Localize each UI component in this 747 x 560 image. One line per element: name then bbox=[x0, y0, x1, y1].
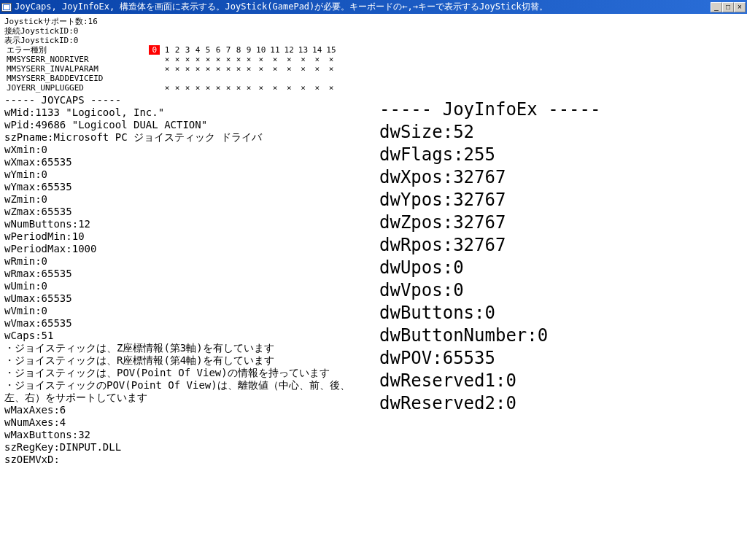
dwButtons: dwButtons:0 bbox=[379, 302, 600, 324]
err-col-11: 11 bbox=[268, 45, 282, 55]
err-cell bbox=[296, 74, 310, 83]
err-cell bbox=[182, 74, 193, 83]
err-cell: × bbox=[172, 55, 182, 64]
err-cell: × bbox=[282, 83, 296, 93]
err-cell bbox=[324, 74, 338, 83]
joyinfoex-header: ----- JoyInfoEx ----- bbox=[379, 98, 600, 121]
err-cell bbox=[310, 74, 324, 83]
err-cell: × bbox=[193, 83, 203, 93]
wNumButtons: wNumButtons:12 bbox=[4, 218, 743, 230]
err-cell bbox=[223, 74, 233, 83]
err-cell bbox=[147, 64, 162, 74]
caps-note-1: ・ジョイスティックは、Z座標情報(第3軸)を有しています bbox=[4, 342, 369, 354]
maximize-button[interactable]: □ bbox=[722, 2, 734, 12]
err-cell: × bbox=[233, 64, 244, 74]
err-cell: × bbox=[203, 64, 213, 74]
err-cell bbox=[172, 74, 182, 83]
err-cell: × bbox=[182, 64, 193, 74]
wPid: wPid:49686 "Logicool DUAL ACTION" bbox=[4, 119, 743, 131]
err-cell: × bbox=[310, 64, 324, 74]
minimize-button[interactable]: _ bbox=[711, 2, 722, 12]
err-col-7: 7 bbox=[223, 45, 233, 55]
err-cell: × bbox=[193, 64, 203, 74]
support-count: Joystickサポート数:16 bbox=[4, 17, 743, 26]
err-cell bbox=[282, 74, 296, 83]
wZmin: wZmin:0 bbox=[4, 193, 743, 206]
err-cell: × bbox=[282, 64, 296, 74]
caps-note-4: ・ジョイスティックのPOV(Point Of View)は、離散値（中心、前、後… bbox=[4, 379, 369, 404]
err-cell: × bbox=[310, 55, 324, 64]
err-col-8: 8 bbox=[233, 45, 244, 55]
wPeriodMax: wPeriodMax:1000 bbox=[4, 243, 743, 255]
err-col-5: 5 bbox=[203, 45, 213, 55]
dwButtonNumber: dwButtonNumber:0 bbox=[379, 324, 600, 347]
err-cell: × bbox=[254, 64, 268, 74]
err-cell: × bbox=[268, 64, 282, 74]
err-col-12: 12 bbox=[282, 45, 296, 55]
wNumAxes: wNumAxes:4 bbox=[4, 416, 743, 429]
err-cell bbox=[244, 74, 254, 83]
error-label-header: エラー種別 bbox=[4, 45, 147, 55]
err-cell: × bbox=[324, 55, 338, 64]
err-cell: × bbox=[162, 64, 172, 74]
wMaxAxes: wMaxAxes:6 bbox=[4, 404, 743, 416]
client-area: Joystickサポート数:16 接続JoystickID:0 表示Joysti… bbox=[0, 14, 747, 560]
dwPOV: dwPOV:65535 bbox=[379, 347, 600, 370]
err-cell: × bbox=[172, 83, 182, 93]
err-col-9: 9 bbox=[244, 45, 254, 55]
err-cell: × bbox=[296, 64, 310, 74]
wRmax: wRmax:65535 bbox=[4, 268, 743, 280]
err-row-MMSYSERR_BADDEVICEID: MMSYSERR_BADDEVICEID bbox=[4, 74, 147, 83]
err-cell: × bbox=[172, 64, 182, 74]
err-cell: × bbox=[182, 83, 193, 93]
err-cell: × bbox=[310, 83, 324, 93]
dwUpos: dwUpos:0 bbox=[379, 257, 600, 279]
dwSize: dwSize:52 bbox=[379, 121, 600, 144]
err-cell: × bbox=[254, 83, 268, 93]
err-col-13: 13 bbox=[296, 45, 310, 55]
wXmin: wXmin:0 bbox=[4, 144, 743, 156]
wUmin: wUmin:0 bbox=[4, 280, 743, 292]
err-cell: × bbox=[244, 83, 254, 93]
err-cell: × bbox=[193, 55, 203, 64]
err-cell: × bbox=[296, 83, 310, 93]
err-cell: × bbox=[233, 55, 244, 64]
err-cell: × bbox=[296, 55, 310, 64]
err-cell bbox=[147, 74, 162, 83]
err-cell: × bbox=[223, 83, 233, 93]
err-cell: × bbox=[324, 64, 338, 74]
joycaps-header: ----- JOYCAPS ----- bbox=[4, 94, 743, 106]
err-col-1: 1 bbox=[162, 45, 172, 55]
err-cell bbox=[268, 74, 282, 83]
window-title: JoyCaps, JoyInfoEx, 構造体を画面に表示する。JoyStick… bbox=[15, 1, 711, 13]
err-row-JOYERR_UNPLUGGED: JOYERR_UNPLUGGED bbox=[4, 83, 147, 93]
app-icon bbox=[1, 3, 12, 12]
wUmax: wUmax:65535 bbox=[4, 292, 743, 305]
wZmax: wZmax:65535 bbox=[4, 206, 743, 218]
err-cell bbox=[233, 74, 244, 83]
err-cell: × bbox=[213, 55, 223, 64]
err-row-MMSYSERR_NODRIVER: MMSYSERR_NODRIVER bbox=[4, 55, 147, 64]
titlebar[interactable]: JoyCaps, JoyInfoEx, 構造体を画面に表示する。JoyStick… bbox=[0, 0, 747, 14]
err-col-14: 14 bbox=[310, 45, 324, 55]
szRegKey: szRegKey:DINPUT.DLL bbox=[4, 441, 743, 454]
err-cell bbox=[254, 74, 268, 83]
err-col-6: 6 bbox=[213, 45, 223, 55]
err-cell: × bbox=[223, 55, 233, 64]
err-cell: × bbox=[254, 55, 268, 64]
error-table: エラー種別0123456789101112131415MMSYSERR_NODR… bbox=[4, 45, 338, 93]
err-cell: × bbox=[213, 83, 223, 93]
err-cell bbox=[193, 74, 203, 83]
err-col-3: 3 bbox=[182, 45, 193, 55]
wVmin: wVmin:0 bbox=[4, 305, 743, 317]
wRmin: wRmin:0 bbox=[4, 255, 743, 268]
err-cell: × bbox=[268, 83, 282, 93]
err-cell bbox=[147, 55, 162, 64]
err-cell: × bbox=[162, 83, 172, 93]
err-cell: × bbox=[182, 55, 193, 64]
close-button[interactable]: × bbox=[734, 2, 746, 12]
display-id: 表示JoystickID:0 bbox=[4, 36, 743, 45]
err-cell bbox=[147, 83, 162, 93]
err-col-4: 4 bbox=[193, 45, 203, 55]
caps-note-2: ・ジョイスティックは、R座標情報(第4軸)を有しています bbox=[4, 354, 369, 367]
